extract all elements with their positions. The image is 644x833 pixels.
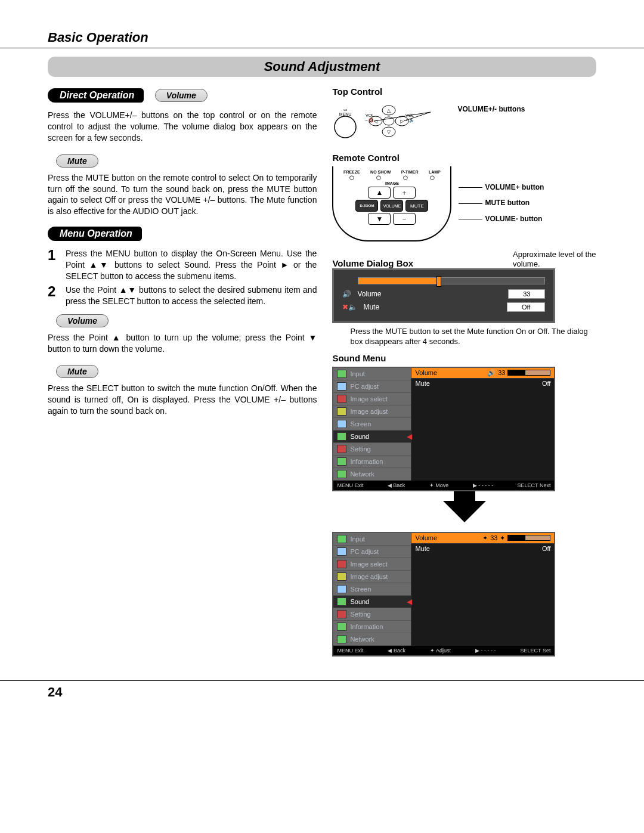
svg-text:▭: ▭ — [343, 107, 348, 112]
osd-item-information: Information — [333, 621, 411, 633]
label-volume-plus: VOLUME+ button — [459, 179, 544, 195]
vd-caption: Press the MUTE button to set the Mute fu… — [350, 327, 596, 347]
osd-item-setting: Setting — [333, 443, 411, 456]
vd-volume-label: Volume — [357, 290, 381, 298]
step-2: 2 Use the Point ▲▼ buttons to select the… — [48, 284, 317, 307]
remote-volume-button[interactable]: VOLUME — [380, 200, 403, 212]
osd-item-sound: Sound — [333, 431, 411, 443]
volume-dialog-box: 🔊 Volume 33 ✖🔈 Mute Off — [332, 268, 555, 323]
osd-item-image-adjust: Image adjust — [333, 571, 411, 583]
volume-buttons-label: VOLUME+/- buttons — [457, 105, 525, 113]
svg-text:MENU: MENU — [339, 112, 352, 116]
svg-text:– 🔇: – 🔇 — [366, 117, 374, 123]
osd-item-screen: Screen — [333, 583, 411, 596]
volume-bar — [358, 277, 545, 284]
svg-text:▷: ▷ — [400, 119, 404, 124]
approx-level-note: Approximate level of the volume. — [513, 250, 596, 268]
step-2-text: Use the Point ▲▼ buttons to select the d… — [66, 284, 317, 307]
menu-operation-heading: Menu Operation — [48, 227, 142, 241]
remote-up-button[interactable]: ▲ — [368, 187, 391, 199]
volume-paragraph-1: Press the VOLUME+/– buttons on the top c… — [48, 110, 317, 144]
step-1: 1 Press the MENU button to display the O… — [48, 248, 317, 282]
remote-dzoom-button[interactable]: D.ZOOM — [355, 200, 378, 212]
page-number: 24 — [48, 685, 596, 700]
step-2-number: 2 — [48, 284, 61, 307]
vd-mute-label: Mute — [363, 303, 379, 311]
volume-pill-1: Volume — [155, 89, 208, 102]
step-1-number: 1 — [48, 248, 61, 282]
osd-item-network: Network — [333, 468, 411, 481]
remote-mute-button[interactable]: MUTE — [405, 200, 428, 212]
svg-text:△: △ — [387, 108, 391, 113]
osd-item-input: Input — [333, 368, 411, 380]
osd-item-image-select: Image select — [333, 558, 411, 571]
remote-control-diagram: FREEZE NO SHOW P-TIMER LAMP ◯◯◯◯ IMAGE ▲… — [332, 166, 596, 241]
mute-paragraph-2: Press the SELECT button to switch the mu… — [48, 383, 317, 417]
mute-pill-2: Mute — [56, 365, 98, 378]
osd-item-information: Information — [333, 456, 411, 468]
osd-item-network: Network — [333, 633, 411, 646]
volume-dialog-heading: Volume Dialog Box — [332, 258, 413, 268]
volume-pill-2: Volume — [56, 314, 109, 327]
mute-pill-1: Mute — [56, 154, 98, 168]
svg-text:▽: ▽ — [387, 129, 391, 135]
sound-menu-osd-1: InputPC adjustImage selectImage adjustSc… — [332, 367, 555, 491]
osd-item-setting: Setting — [333, 608, 411, 621]
sound-menu-heading: Sound Menu — [332, 353, 596, 363]
top-rule — [0, 48, 644, 48]
sound-menu-osd-2: InputPC adjustImage selectImage adjustSc… — [332, 532, 555, 657]
volume-paragraph-2: Press the Point ▲ button to turn up the … — [48, 332, 317, 355]
vd-volume-value: 33 — [508, 289, 545, 299]
osd-item-image-select: Image select — [333, 393, 411, 405]
osd-item-input: Input — [333, 533, 411, 546]
top-control-heading: Top Control — [332, 86, 596, 97]
remote-volume-plus[interactable]: ＋ — [393, 187, 416, 199]
direct-operation-heading: Direct Operation — [48, 88, 144, 103]
remote-control-heading: Remote Control — [332, 153, 596, 163]
osd-item-image-adjust: Image adjust — [333, 405, 411, 418]
chapter-title: Basic Operation — [48, 30, 596, 45]
bottom-rule — [0, 680, 644, 681]
osd-item-pc-adjust: PC adjust — [333, 380, 411, 393]
top-control-diagram: ▭ MENU △ ▽ ◁ ▷ VOL – 🔇 — [332, 100, 596, 142]
svg-text:VOL: VOL — [366, 113, 374, 117]
svg-point-0 — [335, 116, 356, 138]
remote-down-button[interactable]: ▼ — [368, 213, 391, 225]
step-1-text: Press the MENU button to display the On-… — [66, 248, 317, 282]
osd-item-pc-adjust: PC adjust — [333, 546, 411, 558]
osd-item-sound: Sound — [333, 596, 411, 608]
svg-text:◁: ◁ — [374, 119, 378, 124]
label-mute: MUTE button — [459, 195, 544, 210]
mute-paragraph-1: Press the MUTE button on the remote cont… — [48, 172, 317, 218]
label-volume-minus: VOLUME- button — [459, 211, 544, 227]
vd-mute-value: Off — [507, 302, 545, 312]
remote-volume-minus[interactable]: － — [393, 213, 416, 225]
section-banner: Sound Adjustment — [48, 57, 596, 77]
osd-item-screen: Screen — [333, 418, 411, 431]
down-arrow-icon — [443, 501, 486, 522]
